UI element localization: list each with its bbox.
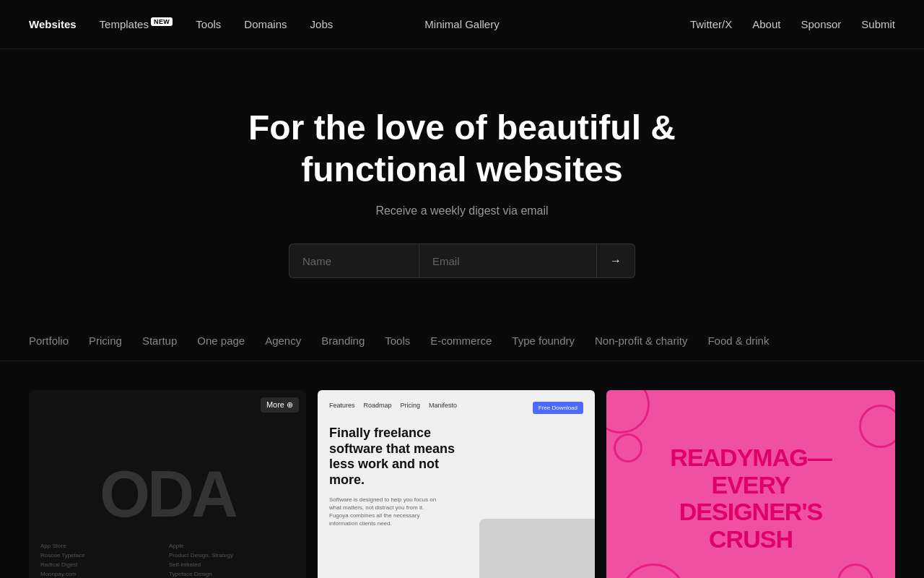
fugoya-headline: Finally freelance software that means le… [329, 426, 459, 488]
bubble-1 [606, 390, 650, 434]
bubble-4 [837, 564, 873, 578]
filter-type-foundry[interactable]: Type foundry [512, 322, 575, 361]
hero-headline: For the love of beautiful & functional w… [29, 107, 895, 190]
name-input[interactable] [289, 243, 419, 278]
filter-portfolio[interactable]: Portfolio [29, 322, 69, 361]
filter-startup[interactable]: Startup [142, 322, 177, 361]
bubble-5 [614, 434, 642, 462]
nav-sponsor[interactable]: Sponsor [801, 18, 841, 30]
thumbnail-oda[interactable]: ODA More ⊕ App Store Apple Roscoe Typefa… [29, 390, 306, 578]
filter-tools[interactable]: Tools [385, 322, 410, 361]
fugoya-subtext: Software is designed to help you focus o… [329, 496, 445, 528]
filter-agency[interactable]: Agency [265, 322, 301, 361]
nav-jobs[interactable]: Jobs [310, 18, 334, 30]
nav-twitter[interactable]: Twitter/X [690, 18, 732, 30]
fugoya-nav: Features Roadmap Pricing Manifesto Free … [329, 402, 583, 414]
submit-button[interactable]: → [597, 243, 635, 278]
email-input[interactable] [419, 243, 597, 278]
gallery-item-oda: ODA More ⊕ App Store Apple Roscoe Typefa… [29, 390, 318, 578]
hero-section: For the love of beautiful & functional w… [0, 49, 924, 322]
gallery-item-fugoya: Features Roadmap Pricing Manifesto Free … [318, 390, 606, 578]
filter-one-page[interactable]: One page [197, 322, 245, 361]
filter-branding[interactable]: Branding [321, 322, 365, 361]
nav-submit[interactable]: Submit [861, 18, 895, 30]
new-badge: NEW [151, 17, 173, 26]
oda-big-text: ODA [100, 457, 235, 532]
nav-center: Minimal Gallery [424, 18, 499, 31]
more-button-oda[interactable]: More ⊕ [261, 397, 299, 413]
nav-right: Twitter/X About Sponsor Submit [690, 18, 895, 30]
nav-templates[interactable]: TemplatesNEW [100, 18, 173, 30]
nav-about[interactable]: About [752, 18, 780, 30]
thumbnail-fugoya[interactable]: Features Roadmap Pricing Manifesto Free … [318, 390, 595, 578]
nav-left: Websites TemplatesNEW Tools Domains Jobs [29, 18, 690, 30]
nav-tools[interactable]: Tools [196, 18, 221, 30]
gallery-grid: ODA More ⊕ App Store Apple Roscoe Typefa… [0, 361, 924, 578]
main-nav: Websites TemplatesNEW Tools Domains Jobs… [0, 0, 924, 49]
filter-tabs: Portfolio Pricing Startup One page Agenc… [0, 322, 924, 361]
oda-details: App Store Apple Roscoe Typeface Product … [40, 543, 295, 578]
hero-subtext: Receive a weekly digest via email [29, 204, 895, 217]
gallery-item-readymag: READYMAG—EVERYDESIGNER'SCRUSH Sponsored … [606, 390, 895, 578]
email-form: → [289, 243, 635, 278]
readymag-text: READYMAG—EVERYDESIGNER'SCRUSH [663, 437, 838, 560]
fugoya-device [479, 519, 595, 578]
filter-nonprofit[interactable]: Non-profit & charity [595, 322, 687, 361]
filter-food[interactable]: Food & drink [707, 322, 769, 361]
bubble-3 [621, 564, 686, 578]
filter-ecommerce[interactable]: E-commerce [430, 322, 492, 361]
bubble-2 [859, 405, 895, 448]
nav-domains[interactable]: Domains [244, 18, 287, 30]
filter-pricing[interactable]: Pricing [89, 322, 122, 361]
nav-websites[interactable]: Websites [29, 18, 77, 30]
thumbnail-readymag[interactable]: READYMAG—EVERYDESIGNER'SCRUSH [606, 390, 895, 578]
site-brand[interactable]: Minimal Gallery [424, 18, 499, 30]
